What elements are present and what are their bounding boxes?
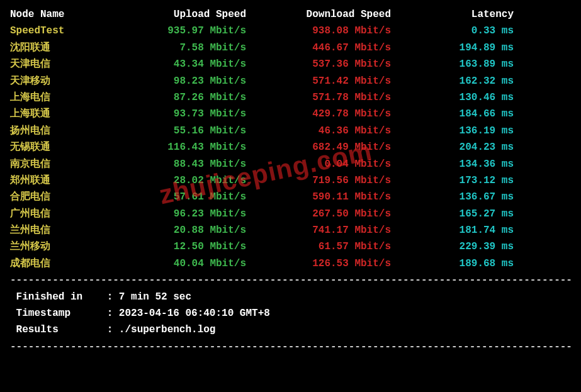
node-name: 上海电信 <box>10 89 111 106</box>
download-value: 267.50 Mbit/s <box>256 206 391 222</box>
download-value: 719.56 Mbit/s <box>256 172 391 189</box>
download-value: 571.78 Mbit/s <box>256 89 391 106</box>
download-value: 682.49 Mbit/s <box>256 139 391 155</box>
finished-value: 7 min 52 sec <box>119 291 191 303</box>
node-name: 成都电信 <box>10 255 111 272</box>
latency-value: 134.36 ms <box>426 156 514 172</box>
header-download: Download Speed <box>256 6 391 23</box>
speedtest-upload: 935.97 Mbit/s <box>111 23 246 39</box>
table-row: 兰州移动12.50 Mbit/s61.57 Mbit/s229.39 ms <box>10 238 571 255</box>
header-upload: Upload Speed <box>111 6 246 23</box>
latency-value: 130.46 ms <box>426 89 514 106</box>
upload-value: 12.50 Mbit/s <box>111 238 246 255</box>
table-row: 扬州电信55.16 Mbit/s46.36 Mbit/s136.19 ms <box>10 123 571 139</box>
upload-value: 57.61 Mbit/s <box>111 189 246 205</box>
latency-value: 163.89 ms <box>426 56 514 72</box>
upload-value: 28.02 Mbit/s <box>111 172 246 189</box>
table-row: 天津移动98.23 Mbit/s571.42 Mbit/s162.32 ms <box>10 73 571 89</box>
results-value: ./superbench.log <box>119 324 216 335</box>
latency-value: 165.27 ms <box>426 206 514 222</box>
download-value: 46.36 Mbit/s <box>256 123 391 139</box>
download-value: 0.04 Mbit/s <box>256 156 391 172</box>
node-name: 广州电信 <box>10 206 111 222</box>
download-value: 571.42 Mbit/s <box>256 73 391 89</box>
speedtest-latency: 0.33 ms <box>426 23 514 39</box>
speedtest-row: SpeedTest 935.97 Mbit/s 938.08 Mbit/s 0.… <box>10 23 571 39</box>
node-name: 兰州电信 <box>10 222 111 238</box>
latency-value: 136.19 ms <box>426 123 514 139</box>
node-name: 沈阳联通 <box>10 40 111 56</box>
upload-value: 93.73 Mbit/s <box>111 106 246 122</box>
speedtest-name: SpeedTest <box>10 23 111 39</box>
divider-bottom: ----------------------------------------… <box>10 339 571 355</box>
upload-value: 96.23 Mbit/s <box>111 206 246 222</box>
results-label: Results : <box>10 324 119 335</box>
node-name: 合肥电信 <box>10 189 111 205</box>
speedtest-download: 938.08 Mbit/s <box>256 23 391 39</box>
latency-value: 229.39 ms <box>426 238 514 255</box>
node-name: 天津移动 <box>10 73 111 89</box>
footer-results: Results : ./superbench.log <box>10 322 571 338</box>
table-row: 上海电信87.26 Mbit/s571.78 Mbit/s130.46 ms <box>10 89 571 106</box>
latency-value: 204.23 ms <box>426 139 514 155</box>
table-row: 无锡联通116.43 Mbit/s682.49 Mbit/s204.23 ms <box>10 139 571 155</box>
data-rows-container: 沈阳联通7.58 Mbit/s446.67 Mbit/s194.89 ms天津电… <box>10 40 571 272</box>
table-row: 南京电信88.43 Mbit/s0.04 Mbit/s134.36 ms <box>10 156 571 172</box>
timestamp-value: 2023-04-16 06:40:10 GMT+8 <box>119 308 270 319</box>
node-name: 郑州联通 <box>10 172 111 189</box>
download-value: 126.53 Mbit/s <box>256 255 391 272</box>
table-row: 郑州联通28.02 Mbit/s719.56 Mbit/s173.12 ms <box>10 172 571 189</box>
latency-value: 189.68 ms <box>426 255 514 272</box>
upload-value: 116.43 Mbit/s <box>111 139 246 155</box>
latency-value: 184.66 ms <box>426 106 514 122</box>
footer-finished: Finished in : 7 min 52 sec <box>10 289 571 305</box>
upload-value: 20.88 Mbit/s <box>111 222 246 238</box>
upload-value: 43.34 Mbit/s <box>111 56 246 72</box>
header-node: Node Name <box>10 6 111 23</box>
latency-value: 181.74 ms <box>426 222 514 238</box>
download-value: 741.17 Mbit/s <box>256 222 391 238</box>
upload-value: 55.16 Mbit/s <box>111 123 246 139</box>
footer-timestamp: Timestamp : 2023-04-16 06:40:10 GMT+8 <box>10 305 571 322</box>
table-row: 沈阳联通7.58 Mbit/s446.67 Mbit/s194.89 ms <box>10 40 571 56</box>
node-name: 上海联通 <box>10 106 111 122</box>
table-row: 天津电信43.34 Mbit/s537.36 Mbit/s163.89 ms <box>10 56 571 72</box>
divider-top: ----------------------------------------… <box>10 272 571 288</box>
download-value: 590.11 Mbit/s <box>256 189 391 205</box>
latency-value: 173.12 ms <box>426 172 514 189</box>
table-header: Node Name Upload Speed Download Speed La… <box>10 6 571 23</box>
latency-value: 162.32 ms <box>426 73 514 89</box>
upload-value: 87.26 Mbit/s <box>111 89 246 106</box>
upload-value: 40.04 Mbit/s <box>111 255 246 272</box>
download-value: 446.67 Mbit/s <box>256 40 391 56</box>
node-name: 南京电信 <box>10 156 111 172</box>
finished-label: Finished in : <box>10 291 119 303</box>
upload-value: 88.43 Mbit/s <box>111 156 246 172</box>
node-name: 天津电信 <box>10 56 111 72</box>
upload-value: 98.23 Mbit/s <box>111 73 246 89</box>
latency-value: 136.67 ms <box>426 189 514 205</box>
header-latency: Latency <box>426 6 514 23</box>
footer-block: Finished in : 7 min 52 sec Timestamp : 2… <box>10 289 571 339</box>
table-row: 广州电信96.23 Mbit/s267.50 Mbit/s165.27 ms <box>10 206 571 222</box>
node-name: 无锡联通 <box>10 139 111 155</box>
node-name: 扬州电信 <box>10 123 111 139</box>
table-row: 兰州电信20.88 Mbit/s741.17 Mbit/s181.74 ms <box>10 222 571 238</box>
table-row: 合肥电信57.61 Mbit/s590.11 Mbit/s136.67 ms <box>10 189 571 205</box>
node-name: 兰州移动 <box>10 238 111 255</box>
download-value: 429.78 Mbit/s <box>256 106 391 122</box>
download-value: 61.57 Mbit/s <box>256 238 391 255</box>
download-value: 537.36 Mbit/s <box>256 56 391 72</box>
table-row: 上海联通93.73 Mbit/s429.78 Mbit/s184.66 ms <box>10 106 571 122</box>
timestamp-label: Timestamp : <box>10 308 119 319</box>
latency-value: 194.89 ms <box>426 40 514 56</box>
table-row: 成都电信40.04 Mbit/s126.53 Mbit/s189.68 ms <box>10 255 571 272</box>
upload-value: 7.58 Mbit/s <box>111 40 246 56</box>
